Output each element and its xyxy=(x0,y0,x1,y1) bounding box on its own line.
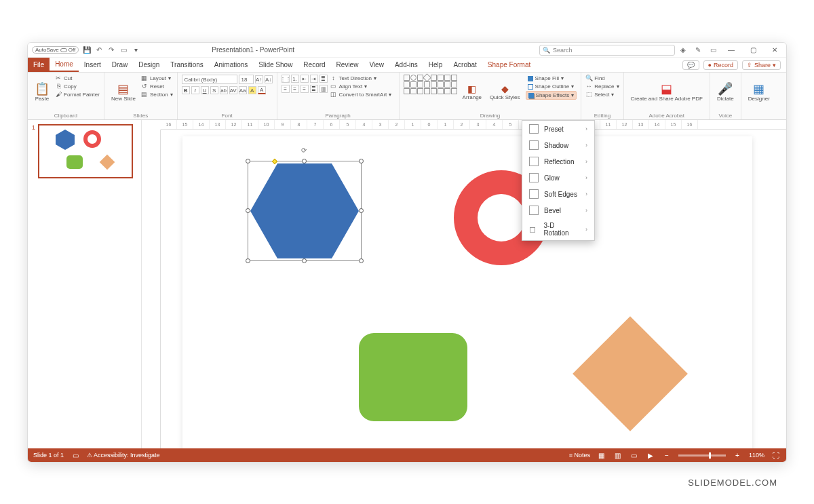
tab-home[interactable]: Home xyxy=(50,58,79,72)
slide-indicator[interactable]: Slide 1 of 1 xyxy=(33,452,64,459)
effects-preset[interactable]: Preset› xyxy=(522,121,594,137)
highlight-button[interactable]: A xyxy=(248,86,256,94)
maximize-button[interactable]: ▢ xyxy=(745,45,760,56)
designer-button[interactable]: ▦Designer xyxy=(745,75,773,110)
tab-insert[interactable]: Insert xyxy=(79,58,106,72)
resize-handle-mr[interactable] xyxy=(359,208,364,213)
tab-design[interactable]: Design xyxy=(133,58,165,72)
align-center-button[interactable]: ≡ xyxy=(291,85,299,93)
strike-button[interactable]: S xyxy=(210,86,218,94)
shape-roundrect[interactable] xyxy=(359,333,467,421)
indent-left-button[interactable]: ⇤ xyxy=(301,75,309,83)
tab-addins[interactable]: Add-ins xyxy=(389,58,423,72)
tab-record[interactable]: Record xyxy=(298,58,330,72)
justify-button[interactable]: ≣ xyxy=(310,85,318,93)
change-case-button[interactable]: Aa xyxy=(239,86,247,94)
find-button[interactable]: 🔍Find xyxy=(585,75,619,81)
bold-button[interactable]: B xyxy=(182,86,190,94)
cut-button[interactable]: ✂Cut xyxy=(55,75,100,81)
increase-font-icon[interactable]: A↑ xyxy=(255,75,263,83)
tab-help[interactable]: Help xyxy=(423,58,448,72)
start-from-beginning-icon[interactable]: ▭ xyxy=(119,46,128,54)
dictate-button[interactable]: 🎤Dictate xyxy=(714,75,737,110)
resize-handle-br[interactable] xyxy=(359,258,364,263)
reading-view-icon[interactable]: ▭ xyxy=(629,450,639,460)
qat-dropdown-icon[interactable]: ▾ xyxy=(132,46,140,54)
effects-soft-edges[interactable]: Soft Edges› xyxy=(522,186,594,202)
close-button[interactable]: ✕ xyxy=(767,45,782,56)
decrease-font-icon[interactable]: A↓ xyxy=(265,75,273,83)
resize-handle-tl[interactable] xyxy=(246,159,250,163)
replace-button[interactable]: ↔Replace ▾ xyxy=(585,83,619,90)
font-name-select[interactable]: Calibri (Body) xyxy=(182,75,237,84)
align-left-button[interactable]: ≡ xyxy=(282,85,290,93)
columns-button[interactable]: ▥ xyxy=(319,85,328,93)
autosave-toggle[interactable]: AutoSave Off xyxy=(32,46,79,54)
format-painter-button[interactable]: 🖌Format Painter xyxy=(55,91,100,98)
shadow-text-button[interactable]: ab xyxy=(220,86,228,94)
coming-soon-icon[interactable]: ✎ xyxy=(694,46,702,54)
slideshow-view-icon[interactable]: ▶ xyxy=(646,450,655,460)
ribbon-display-icon[interactable]: ▭ xyxy=(709,46,717,54)
font-size-select[interactable]: 18 xyxy=(239,75,254,84)
accessibility-status[interactable]: ⚠ Accessibility: Investigate xyxy=(87,452,160,459)
search-input[interactable]: 🔍 Search xyxy=(539,45,675,56)
share-button[interactable]: ⇧ Share ▾ xyxy=(742,60,781,70)
tab-acrobat[interactable]: Acrobat xyxy=(448,58,482,72)
shape-effects-button[interactable]: Shape Effects ▾ xyxy=(526,91,577,100)
minimize-button[interactable]: — xyxy=(724,45,739,56)
zoom-out-button[interactable]: − xyxy=(662,450,672,460)
normal-view-icon[interactable]: ▦ xyxy=(597,450,606,460)
new-slide-button[interactable]: ▤New Slide xyxy=(109,75,138,110)
shape-outline-button[interactable]: Shape Outline ▾ xyxy=(526,83,577,90)
underline-button[interactable]: U xyxy=(201,86,209,94)
slide-canvas[interactable]: ⟳ xyxy=(182,136,752,448)
line-spacing-button[interactable]: ≣ xyxy=(319,75,328,83)
effects-3d-rotation[interactable]: ◻3-D Rotation› xyxy=(522,218,594,240)
quick-styles-button[interactable]: ◆Quick Styles xyxy=(487,75,522,110)
smartart-button[interactable]: ◫Convert to SmartArt ▾ xyxy=(330,91,392,98)
zoom-slider[interactable] xyxy=(678,454,726,457)
shapes-gallery[interactable] xyxy=(404,75,457,94)
adjust-handle[interactable] xyxy=(272,159,277,164)
effects-shadow[interactable]: Shadow› xyxy=(522,137,594,153)
shape-fill-button[interactable]: Shape Fill ▾ xyxy=(526,75,577,82)
italic-button[interactable]: I xyxy=(191,86,199,94)
resize-handle-bm[interactable] xyxy=(302,258,307,263)
tab-animations[interactable]: Animations xyxy=(209,58,253,72)
undo-icon[interactable]: ↶ xyxy=(95,46,103,54)
arrange-button[interactable]: ◧Arrange xyxy=(460,75,484,110)
slide-thumbnail-1[interactable] xyxy=(38,124,133,178)
account-icon[interactable]: ◈ xyxy=(679,46,687,54)
fit-to-window-icon[interactable]: ⛶ xyxy=(771,450,781,460)
tab-draw[interactable]: Draw xyxy=(106,58,133,72)
record-button[interactable]: ● Record xyxy=(703,60,738,70)
zoom-in-button[interactable]: + xyxy=(733,450,742,460)
tab-transitions[interactable]: Transitions xyxy=(165,58,209,72)
tab-file[interactable]: File xyxy=(28,58,50,72)
reset-button[interactable]: ↺Reset xyxy=(141,83,173,90)
select-button[interactable]: ⬚Select ▾ xyxy=(585,91,619,98)
text-direction-button[interactable]: ↕Text Direction ▾ xyxy=(330,75,392,81)
effects-bevel[interactable]: Bevel› xyxy=(522,202,594,218)
resize-handle-bl[interactable] xyxy=(246,258,250,263)
copy-button[interactable]: ⎘Copy xyxy=(55,83,100,90)
indent-right-button[interactable]: ⇥ xyxy=(310,75,318,83)
tab-view[interactable]: View xyxy=(364,58,389,72)
effects-glow[interactable]: Glow› xyxy=(522,170,594,186)
resize-handle-tm[interactable] xyxy=(302,159,307,163)
section-button[interactable]: ▤Section ▾ xyxy=(141,91,173,98)
resize-handle-ml[interactable] xyxy=(246,208,250,213)
shape-diamond[interactable] xyxy=(573,316,688,431)
char-spacing-button[interactable]: AV xyxy=(229,86,237,94)
adobe-pdf-button[interactable]: ⬓Create and Share Adobe PDF xyxy=(628,75,705,110)
language-icon[interactable]: ▭ xyxy=(71,450,80,460)
notes-button[interactable]: ≡ Notes xyxy=(569,452,590,459)
tab-shape-format[interactable]: Shape Format xyxy=(482,58,536,72)
zoom-level[interactable]: 110% xyxy=(749,452,764,459)
align-right-button[interactable]: ≡ xyxy=(301,85,309,93)
resize-handle-tr[interactable] xyxy=(359,159,364,163)
save-icon[interactable]: 💾 xyxy=(83,46,91,54)
layout-button[interactable]: ▦Layout ▾ xyxy=(141,75,173,81)
sorter-view-icon[interactable]: ▥ xyxy=(613,450,623,460)
